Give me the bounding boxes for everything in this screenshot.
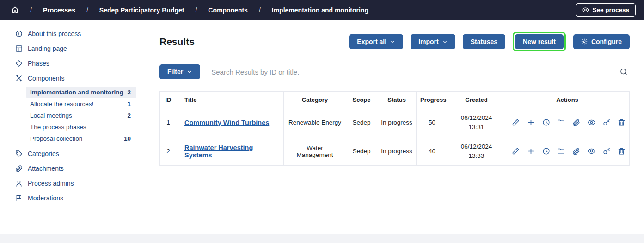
col-header-actions: Actions [505,92,630,108]
breadcrumb-item-process[interactable]: Sedep Participatory Budget [99,6,184,14]
component-label: Local meetings [30,112,72,119]
cell-status: In progress [377,108,417,137]
sidebar-item-label: Attachments [28,165,64,172]
component-item-local-meetings[interactable]: Local meetings 2 [26,110,136,121]
sidebar-item-process-admins[interactable]: Process admins [0,176,144,191]
components-tools-icon [15,75,23,82]
diamond-icon [15,60,23,67]
import-button[interactable]: Import [411,34,455,49]
search-icon[interactable] [618,66,630,78]
attachments-paperclip-icon[interactable] [572,118,580,126]
breadcrumb: / Processes / Sedep Participatory Budget… [11,6,368,14]
export-all-label: Export all [357,38,386,45]
result-title-link[interactable]: Community Wind Turbines [184,119,269,126]
sidebar-item-landing-page[interactable]: Landing page [0,41,144,56]
sidebar-item-label: About this process [28,30,81,37]
component-count: 1 [127,100,131,107]
table-header-row: ID Title Category Scope Status Progress … [160,92,630,108]
cell-category: Renewable Energy [284,108,346,137]
created-time: 13:33 [452,151,501,161]
sidebar-item-categories[interactable]: Categories [0,146,144,161]
search-input[interactable] [211,68,613,76]
delete-trash-icon[interactable] [618,147,626,155]
sidebar-item-phases[interactable]: Phases [0,56,144,71]
breadcrumb-item-components[interactable]: Components [208,6,248,14]
component-count: 2 [127,112,131,119]
person-icon [15,180,23,187]
see-process-button[interactable]: See process [576,3,636,17]
cell-scope: Sedep [346,137,377,166]
col-header-title: Title [177,92,284,108]
home-icon[interactable] [11,6,19,14]
breadcrumb-separator: / [30,6,32,14]
sidebar-item-label: Phases [28,60,49,67]
paperclip-icon [15,165,23,172]
col-header-id: ID [160,92,177,108]
cell-progress: 50 [417,108,448,137]
statuses-label: Statuses [471,38,497,45]
sidebar-item-about[interactable]: About this process [0,26,144,41]
filter-label: Filter [167,68,183,75]
table-row: 1 Community Wind Turbines Renewable Ener… [160,108,630,137]
highlight-box: New result [513,32,566,51]
component-item-allocate-the-resources[interactable]: Allocate the resources! 1 [26,98,136,110]
admin-app: / Processes / Sedep Participatory Budget… [0,0,644,243]
flag-icon [15,194,23,202]
folder-icon[interactable] [557,118,565,126]
col-header-status: Status [377,92,417,108]
edit-pencil-icon[interactable] [512,147,520,155]
history-clock-icon[interactable] [542,147,550,155]
sidebar-item-components[interactable]: Components [0,71,144,86]
sidebar-item-label: Landing page [28,45,67,52]
delete-trash-icon[interactable] [618,118,626,126]
statuses-button[interactable]: Statuses [463,34,505,49]
gear-icon [581,38,588,45]
sidebar-item-label: Categories [28,150,59,157]
breadcrumb-item-current: Implementation and monitoring [272,6,368,14]
add-plus-icon[interactable] [527,147,535,155]
breadcrumb-separator: / [195,6,197,14]
sidebar-item-label: Process admins [28,180,74,187]
cell-id: 1 [160,108,177,137]
preview-eye-icon[interactable] [588,147,595,155]
created-time: 13:31 [452,123,501,132]
export-all-button[interactable]: Export all [349,34,403,49]
folder-icon[interactable] [557,147,565,155]
result-title-link[interactable]: Rainwater Harvesting Systems [184,144,253,159]
components-children: Implementation and monitoring 2 Allocate… [26,87,136,144]
filter-button[interactable]: Filter [159,64,200,79]
col-header-created: Created [448,92,505,108]
col-header-scope: Scope [346,92,377,108]
breadcrumb-separator: / [86,6,88,14]
sidebar: About this process Landing page Phases C… [0,20,144,234]
attachments-paperclip-icon[interactable] [572,147,580,155]
component-item-the-process-phases[interactable]: The process phases [26,121,136,133]
info-icon [15,30,23,37]
component-item-proposal-collection[interactable]: Proposal collection 10 [26,133,136,144]
col-header-progress: Progress [417,92,448,108]
cell-scope: Sedep [346,108,377,137]
permissions-key-icon[interactable] [603,147,611,155]
configure-button[interactable]: Configure [573,34,630,49]
sidebar-item-label: Components [28,75,64,82]
component-item-implementation-and-monitoring[interactable]: Implementation and monitoring 2 [26,87,136,98]
history-clock-icon[interactable] [542,118,550,126]
component-count: 10 [124,135,131,142]
cell-actions [505,108,630,137]
new-result-button[interactable]: New result [515,34,564,49]
sidebar-item-moderations[interactable]: Moderations [0,191,144,206]
component-count: 2 [127,89,131,96]
add-plus-icon[interactable] [527,118,535,126]
col-header-category: Category [284,92,346,108]
cell-status: In progress [377,137,417,166]
results-table: ID Title Category Scope Status Progress … [159,91,630,166]
toolbar: Export all Import Statuses New result [349,32,630,51]
component-label: Allocate the resources! [30,100,93,107]
preview-eye-icon[interactable] [588,118,595,126]
layout-grid-icon [15,45,23,52]
edit-pencil-icon[interactable] [512,118,520,126]
permissions-key-icon[interactable] [603,118,611,126]
component-label: Implementation and monitoring [30,89,123,96]
sidebar-item-attachments[interactable]: Attachments [0,161,144,176]
breadcrumb-item-processes[interactable]: Processes [43,6,75,14]
